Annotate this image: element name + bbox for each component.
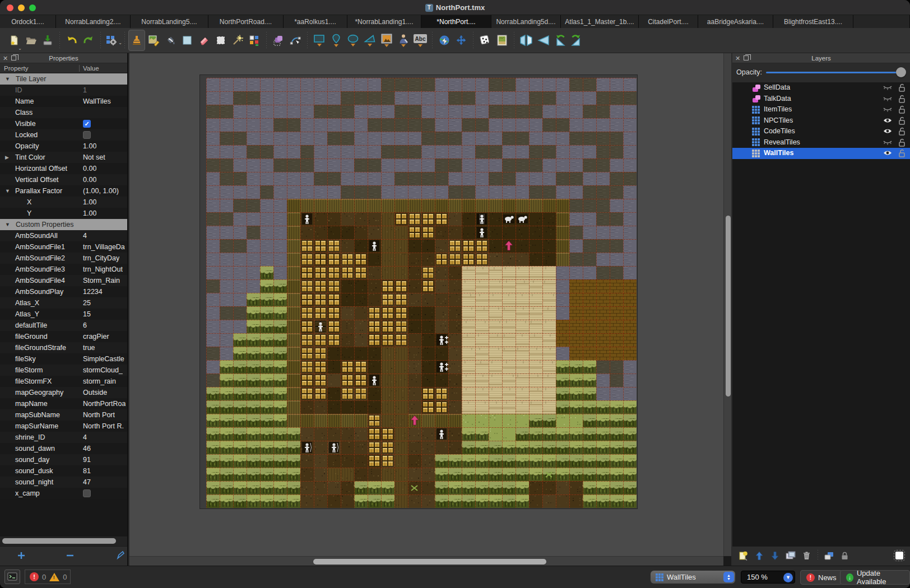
insert-text-tool[interactable]: Abc — [412, 30, 429, 51]
properties-hscrollbar-thumb[interactable] — [2, 538, 116, 544]
lock-open-icon[interactable] — [898, 127, 906, 138]
layer-row-itemtiles[interactable]: ItemTiles — [732, 104, 910, 115]
lock-open-icon[interactable] — [898, 138, 906, 149]
property-row-id[interactable]: ID1 — [0, 85, 127, 96]
select-objects-tool[interactable] — [436, 30, 453, 51]
new-layer-button[interactable] — [737, 549, 750, 562]
layer-row-revealtiles[interactable]: RevealTiles — [732, 137, 910, 148]
property-row-parallax-factor[interactable]: ▼Parallax Factor(1.00, 1.00) — [0, 185, 127, 197]
property-row-tint-color[interactable]: ▶Tint ColorNot set — [0, 152, 127, 163]
layer-row-selldata[interactable]: SellData — [732, 82, 910, 94]
property-row-locked[interactable]: Locked — [0, 129, 127, 141]
tab-aarolkus1[interactable]: *aaRolkus1.... — [284, 15, 347, 28]
insert-ellipse-tool[interactable] — [345, 30, 361, 51]
property-row-filestorm[interactable]: fileStormstormCloud_ — [0, 365, 127, 376]
lock-open-icon[interactable] — [898, 83, 906, 94]
property-row-ambsoundall[interactable]: AmbSoundAll4 — [0, 230, 127, 241]
tab-norrablanding5d[interactable]: NorrabLanding5d.... — [491, 15, 561, 28]
move-objects-tool[interactable] — [453, 30, 470, 51]
layer-row-talkdata[interactable]: TalkData — [732, 94, 910, 105]
property-row-sound_day[interactable]: sound_day91 — [0, 454, 127, 465]
visible-checkbox[interactable]: ✓ — [83, 120, 91, 128]
lock-open-icon[interactable] — [898, 149, 906, 160]
opacity-slider[interactable] — [766, 72, 903, 73]
redo-tool[interactable] — [80, 30, 97, 51]
eye-closed-icon[interactable] — [883, 95, 893, 105]
property-row-filestormfx[interactable]: fileStormFXstorm_rain — [0, 376, 127, 387]
flip-horizontal-tool[interactable] — [518, 30, 535, 51]
delete-layer-button[interactable] — [800, 549, 813, 562]
map-hscrollbar-thumb[interactable] — [313, 559, 546, 564]
tab-northport[interactable]: *NorthPort.... — [421, 15, 491, 28]
remove-property-button[interactable] — [63, 549, 77, 562]
lock-open-icon[interactable] — [898, 116, 906, 127]
eraser-tool[interactable] — [196, 30, 212, 51]
eye-closed-icon[interactable] — [883, 83, 893, 94]
property-row-visible[interactable]: Visible✓ — [0, 118, 127, 129]
tab-ordock1[interactable]: Ordock1.... — [0, 15, 56, 28]
magic-wand-tool[interactable] — [229, 30, 246, 51]
terrain-image-tool[interactable] — [494, 30, 510, 51]
highlight-layer-button[interactable] — [822, 549, 835, 562]
tab-norrablanding1[interactable]: *NorrabLanding1.... — [347, 15, 421, 28]
shape-fill-tool[interactable] — [179, 30, 196, 51]
property-row-ambsoundplay[interactable]: AmbSoundPlay12234 — [0, 286, 127, 297]
property-row-sound_night[interactable]: sound_night47 — [0, 477, 127, 488]
stamp-shapes-tool[interactable] — [270, 30, 287, 51]
property-row-filegroundstrafe[interactable]: fileGroundStrafetrue — [0, 342, 127, 353]
property-row-shrine_id[interactable]: shrine_ID4 — [0, 432, 127, 443]
property-row-atlas_x[interactable]: Atlas_X25 — [0, 297, 127, 309]
random-mode-tool[interactable] — [477, 30, 494, 51]
eye-open-icon[interactable] — [883, 149, 893, 159]
rotate-left-tool[interactable] — [551, 30, 568, 51]
tab-northportroad[interactable]: NorthPortRoad.... — [208, 15, 284, 28]
eye-closed-icon[interactable] — [883, 138, 893, 148]
section-header-custom-properties[interactable]: ▼Custom Properties — [0, 219, 127, 230]
tab-aabridgeaskaria[interactable]: aaBridgeAskaria.... — [698, 15, 773, 28]
console-button[interactable] — [4, 570, 20, 584]
property-row-horizontal-offset[interactable]: Horizontal Offset0.00 — [0, 163, 127, 174]
property-row-sound_dusk[interactable]: sound_dusk81 — [0, 465, 127, 477]
property-row-fileground[interactable]: fileGroundcragPier — [0, 331, 127, 342]
rotate-right-tool[interactable] — [568, 30, 585, 51]
grid-settings-tool[interactable]: ⌄ — [104, 30, 121, 51]
lock-layer-button[interactable] — [838, 549, 851, 562]
tab-norrablanding2[interactable]: NorrabLanding2.... — [56, 15, 131, 28]
flip-vertical-tool[interactable] — [535, 30, 551, 51]
layer-quick-select[interactable]: WallTiles ▲▼ — [651, 571, 735, 584]
save-file-tool[interactable] — [39, 30, 56, 51]
new-file-tool[interactable]: ⌄ — [6, 30, 22, 51]
undo-tool[interactable] — [63, 30, 80, 51]
property-row-ambsoundfile2[interactable]: AmbSoundFile2trn_CityDay — [0, 253, 127, 264]
insert-tile-tool[interactable] — [378, 30, 395, 51]
insert-rectangle-tool[interactable] — [311, 30, 328, 51]
property-row-defaulttile[interactable]: defaultTile6 — [0, 320, 127, 331]
property-row-mapname[interactable]: mapNameNorthPortRoa — [0, 398, 127, 409]
tab-norrablanding5[interactable]: NorrabLanding5.... — [131, 15, 208, 28]
edit-polygons-tool[interactable] — [287, 30, 304, 51]
layer-row-npctiles[interactable]: NPCTiles — [732, 115, 910, 127]
edit-property-button[interactable] — [114, 549, 127, 562]
raise-layer-button[interactable] — [753, 549, 766, 562]
layer-row-codetiles[interactable]: CodeTiles — [732, 126, 910, 137]
same-tile-select-tool[interactable] — [246, 30, 263, 51]
eye-open-icon[interactable] — [883, 127, 893, 137]
lower-layer-button[interactable] — [768, 549, 782, 562]
news-button[interactable]: ! News — [800, 570, 843, 585]
eye-open-icon[interactable] — [883, 116, 893, 127]
property-row-mapsubname[interactable]: mapSubNameNorth Port — [0, 409, 127, 421]
property-row-mapsurname[interactable]: mapSurNameNorth Port R. — [0, 421, 127, 432]
insert-npc-tool[interactable] — [395, 30, 412, 51]
layer-row-walltiles[interactable]: WallTiles — [732, 148, 910, 159]
property-row-class[interactable]: Class — [0, 107, 127, 118]
property-row-x[interactable]: X1.00 — [0, 197, 127, 208]
property-row-filesky[interactable]: fileSkySimpleCastle — [0, 353, 127, 365]
add-property-button[interactable] — [15, 549, 28, 562]
property-row-y[interactable]: Y1.00 — [0, 208, 127, 219]
bucket-fill-tool[interactable] — [162, 30, 179, 51]
x_camp-checkbox[interactable] — [83, 489, 91, 497]
terrain-brush-tool[interactable] — [145, 30, 162, 51]
lock-open-icon[interactable] — [898, 105, 906, 116]
tab-blightfrosteast13[interactable]: BlightfrostEast13.... — [773, 15, 853, 28]
section-header-tile-layer[interactable]: ▼Tile Layer — [0, 73, 127, 85]
